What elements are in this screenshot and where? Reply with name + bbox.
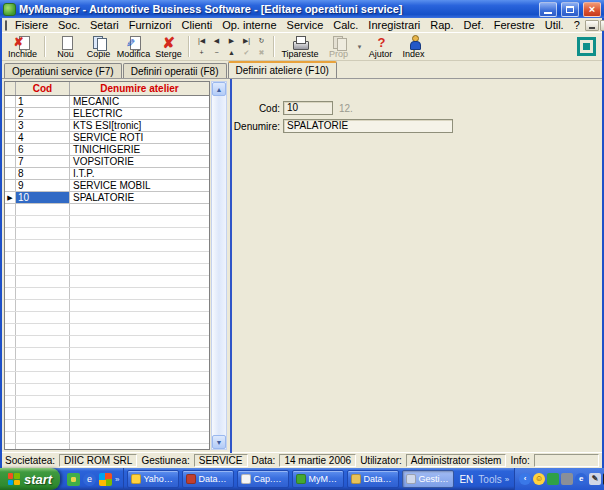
- taskbar-task-yahoo[interactable]: Yahoo!...: [127, 470, 179, 488]
- smiley-tray-icon[interactable]: ☺: [533, 473, 545, 485]
- restore-button[interactable]: [561, 2, 579, 17]
- row-indicator: [5, 300, 16, 311]
- menu-item-setari[interactable]: Setari: [85, 18, 124, 32]
- start-button[interactable]: start: [0, 468, 60, 490]
- taskbar-task-myman[interactable]: MyMan...: [292, 470, 344, 488]
- close-icon: ×: [589, 4, 595, 15]
- table-row[interactable]: 6TINICHIGERIE: [5, 144, 209, 156]
- task-label: Cap.14...: [253, 474, 285, 484]
- cod-field[interactable]: 10: [283, 101, 333, 115]
- table-row[interactable]: 9SERVICE MOBIL: [5, 180, 209, 192]
- menu-item-ferestre[interactable]: Ferestre: [489, 18, 540, 32]
- prop-button[interactable]: Prop: [322, 34, 355, 59]
- mdi-restore-button[interactable]: [600, 20, 604, 31]
- internet-explorer-icon[interactable]: e: [83, 473, 96, 486]
- quick-launch-overflow-chevron[interactable]: »: [115, 475, 119, 484]
- tab-definiri-ateliere-f10[interactable]: Definiri ateliere (F10): [228, 61, 337, 78]
- taskbar-task-cap-14[interactable]: Cap.14...: [237, 470, 289, 488]
- last-record-icon[interactable]: ▶|: [240, 36, 253, 46]
- grid-header-cod[interactable]: Cod: [16, 82, 70, 95]
- sterge-button[interactable]: Sterge: [152, 34, 185, 59]
- modifica-button[interactable]: Modifica: [115, 34, 152, 59]
- menu-item-inregistrari[interactable]: Inregistrari: [363, 18, 425, 32]
- taskbar-task-gestiun[interactable]: Gestiun...: [402, 470, 454, 488]
- menu-item-clienti[interactable]: Clienti: [177, 18, 218, 32]
- spiral-logo-icon[interactable]: [577, 37, 596, 56]
- table-row[interactable]: 1MECANIC: [5, 96, 209, 108]
- globe-tray-icon[interactable]: e: [575, 473, 587, 485]
- cell-denumire: [70, 228, 209, 239]
- cell-cod: 10: [16, 192, 70, 203]
- index-button[interactable]: Index: [397, 34, 430, 59]
- first-record-icon[interactable]: |◀: [195, 36, 208, 46]
- table-row[interactable]: 7VOPSITORIE: [5, 156, 209, 168]
- table-row[interactable]: 4SERVICE ROTI: [5, 132, 209, 144]
- close-button[interactable]: ×: [583, 2, 601, 17]
- menu-item-op-interne[interactable]: Op. interne: [217, 18, 281, 32]
- toolbar-dropdown-icon[interactable]: ▾: [355, 43, 364, 51]
- cell-cod: [16, 336, 70, 347]
- task-label: Yahoo!...: [143, 474, 175, 484]
- tab-definiri-operatii-f8[interactable]: Definiri operatii (F8): [123, 63, 227, 78]
- tools-label[interactable]: Tools: [478, 474, 501, 485]
- quick-launch-icon-3[interactable]: [99, 473, 112, 486]
- mdi-minimize-button[interactable]: [585, 20, 599, 31]
- cell-cod: 3: [16, 120, 70, 131]
- table-row[interactable]: 8I.T.P.: [5, 168, 209, 180]
- menu-item-service[interactable]: Service: [282, 18, 329, 32]
- menu-item-fisiere[interactable]: Fisiere: [10, 18, 53, 32]
- table-row[interactable]: 3KTS ESI[tronic]: [5, 120, 209, 132]
- delete-record-icon[interactable]: −: [210, 48, 223, 58]
- quick-launch-icon-1[interactable]: [67, 473, 80, 486]
- table-row[interactable]: 2ELECTRIC: [5, 108, 209, 120]
- next-record-icon[interactable]: ▶: [225, 36, 238, 46]
- scroll-up-icon[interactable]: ▲: [212, 82, 226, 96]
- mdi-minimize-icon: [589, 27, 595, 29]
- tools-chevron-icon[interactable]: »: [505, 475, 511, 484]
- cell-denumire: [70, 324, 209, 335]
- cancel-record-icon[interactable]: ✖: [255, 48, 268, 58]
- tipareste-button[interactable]: Tipareste: [278, 34, 322, 59]
- grid-scrollbar[interactable]: ▲ ▼: [211, 81, 227, 450]
- post-record-icon[interactable]: ✔: [240, 48, 253, 58]
- edit-record-icon[interactable]: ▲: [225, 48, 238, 58]
- gray-tray-icon[interactable]: [561, 473, 573, 485]
- grid-header-denumire[interactable]: Denumire atelier: [70, 82, 209, 95]
- minimize-button[interactable]: [539, 2, 557, 17]
- table-row[interactable]: ▶10SPALATORIE: [5, 192, 209, 204]
- data-label: Data:: [252, 455, 276, 466]
- language-indicator[interactable]: EN: [457, 474, 475, 485]
- taskbar-task-datalig[interactable]: DataLig...: [182, 470, 234, 488]
- menu-item-[interactable]: ?: [569, 18, 585, 32]
- table-row-empty: [5, 336, 209, 348]
- refresh-record-icon[interactable]: ↻: [255, 36, 268, 46]
- insert-record-icon[interactable]: +: [195, 48, 208, 58]
- nou-button[interactable]: Nou: [49, 34, 82, 59]
- inchide-label: Inchide: [8, 50, 37, 59]
- prior-record-icon[interactable]: ◀: [210, 36, 223, 46]
- row-indicator: [5, 96, 16, 107]
- inchide-button[interactable]: Inchide: [4, 34, 41, 59]
- row-indicator: [5, 144, 16, 155]
- table-row-empty: [5, 300, 209, 312]
- green-status-tray-icon[interactable]: [547, 473, 559, 485]
- hide-tray-icons-chevron[interactable]: ‹: [519, 473, 531, 485]
- menu-item-rap[interactable]: Rap.: [425, 18, 458, 32]
- cell-denumire: [70, 348, 209, 359]
- scroll-down-icon[interactable]: ▼: [212, 435, 226, 449]
- menu-item-def[interactable]: Def.: [459, 18, 489, 32]
- menu-item-soc[interactable]: Soc.: [53, 18, 85, 32]
- menu-item-furnizori[interactable]: Furnizori: [124, 18, 177, 32]
- copie-button[interactable]: Copie: [82, 34, 115, 59]
- ajutor-button[interactable]: Ajutor: [364, 34, 397, 59]
- cell-denumire: [70, 396, 209, 407]
- denumire-field[interactable]: SPALATORIE: [283, 119, 453, 133]
- menu-item-calc[interactable]: Calc.: [328, 18, 363, 32]
- taskbar-task-datalig[interactable]: DataLig...: [347, 470, 399, 488]
- info-value: [534, 454, 599, 467]
- pen-tray-icon[interactable]: ✎: [589, 473, 601, 485]
- row-indicator: [5, 168, 16, 179]
- menu-item-util[interactable]: Util.: [540, 18, 569, 32]
- tab-operatiuni-service-f7[interactable]: Operatiuni service (F7): [4, 63, 122, 78]
- cell-cod: [16, 312, 70, 323]
